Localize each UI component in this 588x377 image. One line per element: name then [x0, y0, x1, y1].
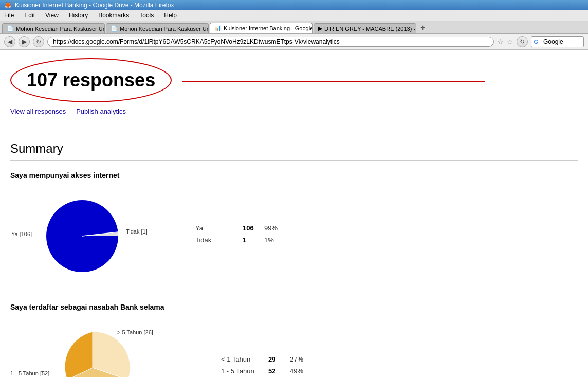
pie-label-5tahun: > 5 Tahun [26] — [117, 329, 153, 335]
chart-question-1: Saya mempunyai akses internet — [10, 171, 578, 179]
menu-tools[interactable]: Tools — [137, 11, 156, 20]
chart-data-table-1: Ya 106 99% Tidak 1 1% — [195, 224, 298, 248]
chart-container-1: Ya [106] Tidak [1] Ya 106 99% Tidak 1 1% — [10, 190, 578, 282]
firefox-icon: 🦊 — [4, 2, 12, 9]
tab-favicon-3: 📊 — [214, 25, 222, 31]
window-title: Kuisioner Internet Banking - Google Driv… — [15, 2, 174, 9]
data-row-tidak: Tidak 1 1% — [195, 236, 298, 244]
back-button[interactable]: ◀ — [4, 36, 15, 47]
chart-section-2: Saya terdaftar sebagai nasabah Bank sela… — [10, 303, 578, 377]
address-bar: ◀ ▶ ↻ ☆ ☆ ↻ G — [0, 34, 588, 50]
chart-container-2: > 5 Tahun [26] 1 - 5 Tahun [52] < 1 Tahu… — [10, 321, 578, 377]
menu-edit[interactable]: Edit — [22, 11, 37, 20]
responses-section: 107 responses View all responses Publish… — [10, 58, 578, 131]
menu-help[interactable]: Help — [162, 11, 179, 20]
chart-section-1: Saya mempunyai akses internet Ya [106] T… — [10, 171, 578, 282]
new-tab-button[interactable]: + — [417, 22, 428, 33]
data-label-tidak: Tidak — [195, 236, 236, 244]
tab-4[interactable]: ▶ DIR EN GREY - MACABRE (2013) - YouTube… — [314, 23, 416, 33]
responses-oval: 107 responses — [10, 58, 172, 102]
chart-data-table-2: < 1 Tahun 29 27% 1 - 5 Tahun 52 49% > 5 … — [221, 355, 324, 378]
action-links: View all responses Publish analytics — [10, 107, 172, 115]
menu-file[interactable]: File — [2, 11, 16, 20]
data-pct-1-5tahun: 49% — [290, 367, 303, 375]
chart-question-2: Saya terdaftar sebagai nasabah Bank sela… — [10, 303, 578, 311]
title-bar: 🦊 Kuisioner Internet Banking - Google Dr… — [0, 0, 588, 10]
menu-view[interactable]: View — [43, 11, 61, 20]
data-count-1-5tahun: 52 — [268, 367, 284, 375]
data-label-lt1tahun: < 1 Tahun — [221, 355, 262, 363]
pie-label-ya: Ya [106] — [11, 231, 32, 237]
bookmark-star[interactable]: ☆ — [497, 38, 504, 46]
bookmark-star-2[interactable]: ☆ — [507, 38, 513, 46]
menu-history[interactable]: History — [67, 11, 90, 20]
view-all-responses-link[interactable]: View all responses — [10, 107, 66, 115]
tab-favicon-4: ▶ — [318, 25, 322, 32]
summary-title: Summary — [10, 141, 578, 161]
pie-area-2: > 5 Tahun [26] 1 - 5 Tahun [52] < 1 Tahu… — [10, 321, 190, 377]
tab-favicon-1: 📄 — [7, 25, 14, 32]
tab-label-2: Mohon Kesedian Para Kaskuser Untuk Me... — [120, 26, 209, 32]
data-count-lt1tahun: 29 — [268, 355, 284, 363]
data-pct-ya: 99% — [264, 224, 278, 232]
page-content: 107 responses View all responses Publish… — [0, 50, 588, 377]
tab-label-3: Kuisioner Internet Banking - Google Driv… — [224, 25, 313, 31]
responses-count: 107 responses — [27, 69, 155, 91]
pie-chart-1 — [41, 195, 123, 277]
pie-label-tidak: Tidak [1] — [126, 228, 148, 235]
data-row-1-5tahun: 1 - 5 Tahun 52 49% — [221, 367, 324, 375]
menu-bookmarks[interactable]: Bookmarks — [96, 11, 131, 20]
data-row-lt1tahun: < 1 Tahun 29 27% — [221, 355, 324, 363]
reload-button[interactable]: ↻ — [33, 36, 44, 47]
tab-3[interactable]: 📊 Kuisioner Internet Banking - Google Dr… — [210, 23, 313, 33]
data-label-1-5tahun: 1 - 5 Tahun — [221, 367, 262, 375]
data-count-tidak: 1 — [243, 236, 258, 244]
tab-1[interactable]: 📄 Mohon Kesedian Para Kaskuser Untuk Me.… — [2, 23, 105, 33]
data-pct-tidak: 1% — [264, 236, 274, 244]
refresh-button[interactable]: ↻ — [517, 36, 528, 47]
tab-favicon-2: 📄 — [111, 25, 118, 32]
data-count-ya: 106 — [243, 224, 258, 232]
publish-analytics-link[interactable]: Publish analytics — [76, 107, 126, 115]
tab-label-1: Mohon Kesedian Para Kaskuser Untuk Me... — [16, 26, 105, 32]
menu-bar: File Edit View History Bookmarks Tools H… — [0, 10, 588, 21]
tab-bar: 📄 Mohon Kesedian Para Kaskuser Untuk Me.… — [0, 21, 588, 34]
search-input[interactable] — [540, 37, 581, 46]
data-label-ya: Ya — [195, 224, 236, 232]
url-input[interactable] — [47, 37, 494, 47]
pie-area-1: Ya [106] Tidak [1] — [10, 190, 164, 282]
data-pct-lt1tahun: 27% — [290, 355, 303, 363]
forward-button[interactable]: ▶ — [19, 36, 30, 47]
tab-label-4: DIR EN GREY - MACABRE (2013) - YouTube — [324, 26, 416, 32]
data-row-ya: Ya 106 99% — [195, 224, 298, 232]
tab-2[interactable]: 📄 Mohon Kesedian Para Kaskuser Untuk Me.… — [106, 23, 209, 33]
google-icon: G — [534, 39, 538, 45]
pie-label-1-5tahun: 1 - 5 Tahun [52] — [10, 370, 49, 376]
